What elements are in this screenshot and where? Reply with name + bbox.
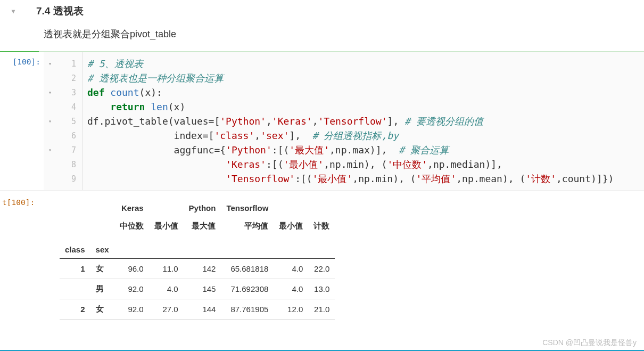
output-area: t[100]: KerasPythonTensorflow中位数最小值最大值平均… [0,191,644,320]
row-class: 1 [60,259,90,279]
fold-icon[interactable]: ▾ [44,89,56,95]
table-header-top [274,198,308,218]
cell-value: 71.692308 [221,279,274,299]
table-row: 1女96.011.014265.6818184.022.0 [60,259,335,279]
cell-value: 12.0 [274,299,308,320]
code-gutter: ▾12▾34▾56▾789 [44,52,83,190]
code-line[interactable]: df.pivot_table(values=['Python','Keras',… [87,114,642,128]
cell-value: 4.0 [274,279,308,299]
table-header-top: Python [184,198,221,218]
table-header-sub: 最大值 [184,218,221,239]
gutter-row: 8 [44,157,82,172]
cell-value: 142 [184,259,221,279]
index-name: class [60,239,90,259]
line-number: 9 [56,174,82,184]
gutter-row: ▾5 [44,114,82,128]
cell-value: 96.0 [114,259,149,279]
cell-value: 144 [184,299,221,320]
gutter-row: 6 [44,128,82,143]
gutter-row: ▾1 [44,56,82,71]
table-header-sub: 计数 [308,218,335,239]
cell-value: 11.0 [149,259,184,279]
code-line[interactable]: aggfunc={'Python':[('最大值',np.max)], # 聚合… [87,143,642,157]
row-sex: 男 [90,279,114,299]
gutter-row: 4 [44,100,82,114]
table-header-top [149,198,184,218]
markdown-text: 透视表就是分组聚合pivot_table [44,29,176,39]
row-sex: 女 [90,299,114,320]
line-number: 8 [56,160,82,169]
gutter-row: ▾7 [44,143,82,157]
code-cell[interactable]: [100]: ▾12▾34▾56▾789 # 5、透视表# 透视表也是一种分组聚… [0,52,644,191]
code-line[interactable]: # 5、透视表 [87,56,642,71]
code-line[interactable]: 'Keras':[('最小值',np.min), ('中位数',np.media… [87,157,642,172]
table-header-sub: 最小值 [149,218,184,239]
table-header-sub: 平均值 [221,218,274,239]
row-class: 2 [60,299,90,320]
input-prompt: [100]: [0,52,44,190]
index-name: sex [90,239,114,259]
fold-icon[interactable]: ▾ [44,61,56,67]
cell-value: 65.681818 [221,259,274,279]
fold-icon[interactable]: ▾ [44,118,56,124]
cell-value: 145 [184,279,221,299]
line-number: 2 [56,74,82,83]
code-editor[interactable]: # 5、透视表# 透视表也是一种分组聚合运算def count(x): retu… [83,52,644,190]
cell-value: 4.0 [149,279,184,299]
code-line[interactable]: 'Tensorflow':[('最小值',np.min), ('平均值',np.… [87,172,642,186]
table-row: 男92.04.014571.6923084.013.0 [60,279,335,299]
gutter-row: 2 [44,71,82,85]
table-header-top [60,198,90,218]
line-number: 7 [56,145,82,155]
markdown-cell: 透视表就是分组聚合pivot_table [0,22,644,51]
line-number: 4 [56,102,82,112]
code-line[interactable]: return len(x) [87,100,642,114]
cell-value: 21.0 [308,299,335,320]
cell-value: 4.0 [274,259,308,279]
line-number: 5 [56,117,82,126]
gutter-row: ▾3 [44,85,82,100]
table-header-top [90,198,114,218]
collapse-icon[interactable]: ▾ [12,7,15,15]
cell-value: 22.0 [308,259,335,279]
fold-icon[interactable]: ▾ [44,147,56,153]
code-line[interactable]: def count(x): [87,85,642,100]
section-title: 透视表 [53,4,84,18]
code-line[interactable]: index=['class','sex'], # 分组透视指标,by [87,128,642,143]
line-number: 1 [56,59,82,69]
cell-value: 92.0 [114,299,149,320]
gutter-row: 9 [44,172,82,186]
table-header-sub [60,218,90,239]
table-header-top: Keras [114,198,149,218]
section-number: 7.4 [36,5,50,17]
section-header: ▾ 7.4 透视表 [0,0,644,22]
cell-value: 92.0 [114,279,149,299]
row-class [60,279,90,299]
pivot-table: KerasPythonTensorflow中位数最小值最大值平均值最小值计数cl… [60,198,335,320]
output-prompt: t[100]: [0,191,44,207]
table-header-sub: 中位数 [114,218,149,239]
table-header-sub: 最小值 [274,218,308,239]
code-line[interactable]: # 透视表也是一种分组聚合运算 [87,71,642,85]
table-header-top [308,198,335,218]
table-header-top: Tensorflow [221,198,274,218]
row-sex: 女 [90,259,114,279]
table-header-sub [90,218,114,239]
cell-value: 87.761905 [221,299,274,320]
table-row: 2女92.027.014487.76190512.021.0 [60,299,335,320]
line-number: 6 [56,131,82,141]
cell-value: 13.0 [308,279,335,299]
line-number: 3 [56,88,82,97]
cell-value: 27.0 [149,299,184,320]
